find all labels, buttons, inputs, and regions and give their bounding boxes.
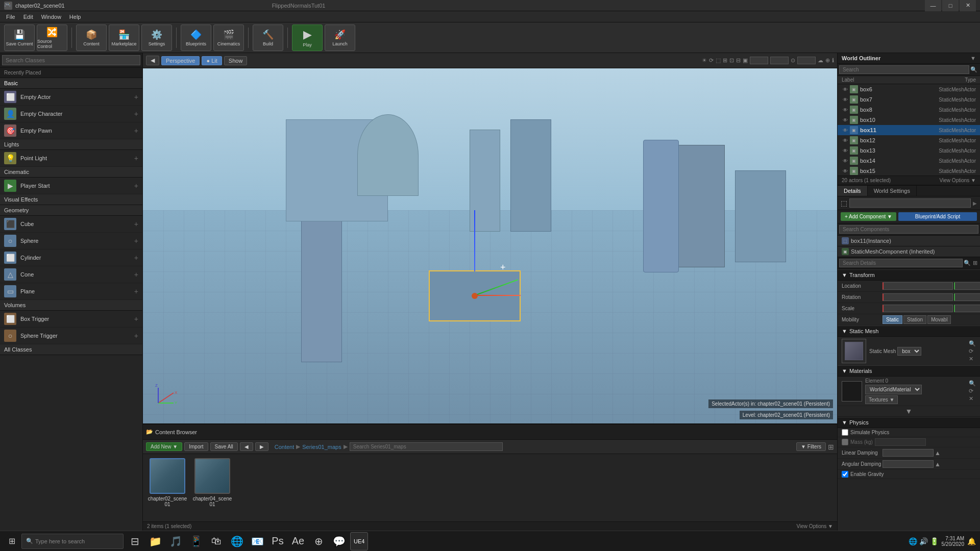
filters-button[interactable]: ▼ Filters: [796, 442, 826, 451]
vis-icon-box12[interactable]: 👁: [842, 137, 849, 144]
outliner-item-box13[interactable]: 👁 ▣ box13 StaticMeshActor: [838, 145, 980, 156]
notification-icon[interactable]: 🔔: [967, 537, 976, 545]
content-button[interactable]: 📦 Content: [76, 24, 107, 51]
section-cinematic[interactable]: Cinematic: [0, 167, 142, 178]
class-item-point-light[interactable]: 💡 Point Light +: [0, 150, 142, 167]
location-y-input[interactable]: 21.1602: [954, 282, 980, 290]
taskbar-spotify[interactable]: 🎵: [166, 532, 185, 550]
viewport-transform-button[interactable]: ◀: [146, 56, 159, 65]
viewport-3d[interactable]: + X Y Z SelectedActor(s) in: chapter02_s…: [143, 68, 837, 423]
add-new-button[interactable]: Add New ▼: [146, 442, 182, 451]
taskbar-phone[interactable]: 📱: [187, 532, 205, 550]
launch-button[interactable]: 🚀 Launch: [325, 24, 355, 51]
section-volumes[interactable]: Volumes: [0, 300, 142, 311]
details-search-input[interactable]: [839, 225, 978, 234]
settings-button[interactable]: ⚙️ Settings: [141, 24, 172, 51]
taskbar-search[interactable]: 🔍 Type here to search: [21, 534, 124, 549]
gravity-checkbox[interactable]: [842, 471, 848, 478]
menu-file[interactable]: File: [2, 13, 19, 21]
menu-window[interactable]: Window: [37, 13, 65, 21]
outliner-item-box12[interactable]: 👁 ▣ box12 StaticMeshActor: [838, 135, 980, 145]
class-item-box-trigger[interactable]: ⬜ Box Trigger +: [0, 311, 142, 328]
battery-icon[interactable]: 🔋: [930, 537, 939, 545]
gizmo-x-arrow[interactable]: [475, 295, 521, 296]
show-button[interactable]: Show: [224, 56, 248, 65]
rotation-x-input[interactable]: 0.0°: [883, 293, 953, 301]
class-item-cube[interactable]: ⬛ Cube +: [0, 216, 142, 233]
tab-world-settings[interactable]: World Settings: [868, 186, 917, 196]
blueprints-button[interactable]: 🔷 Blueprints: [181, 24, 211, 51]
class-item-sphere-trigger[interactable]: ○ Sphere Trigger +: [0, 328, 142, 344]
outliner-item-box14[interactable]: 👁 ▣ box14 StaticMeshActor: [838, 156, 980, 166]
mesh-clear-icon[interactable]: ✕: [969, 356, 976, 362]
save-all-button[interactable]: Save All: [210, 442, 238, 451]
taskbar-discord[interactable]: 💬: [330, 532, 348, 550]
linear-damping-input[interactable]: 0.01: [883, 449, 934, 457]
scale-y-input[interactable]: 50.25: [954, 305, 980, 312]
angular-damping-stepper[interactable]: ▲: [935, 461, 941, 468]
blueprint-button[interactable]: Blueprint/Add Script: [898, 212, 977, 221]
taskbar-file-explorer[interactable]: 📁: [146, 532, 164, 550]
vis-icon-box10[interactable]: 👁: [842, 116, 849, 123]
class-item-player-start[interactable]: ▶ Player Start +: [0, 178, 142, 194]
gizmo-z-arrow[interactable]: [474, 210, 475, 271]
content-item-0[interactable]: chapter02_scene01: [147, 458, 188, 507]
taskbar-ae[interactable]: Ae: [289, 532, 307, 550]
content-view-options[interactable]: View Options ▼: [797, 523, 833, 529]
windows-start-button[interactable]: ⊞: [4, 534, 19, 549]
clock-area[interactable]: 7:31 AM 5/20/2020: [942, 536, 965, 547]
actor-name-input[interactable]: box11: [849, 198, 971, 208]
location-x-input[interactable]: 4.21408: [883, 282, 953, 290]
linear-damping-stepper[interactable]: ▲: [935, 449, 941, 457]
static-mesh-select[interactable]: box: [897, 347, 921, 356]
vis-icon-box14[interactable]: 👁: [842, 157, 849, 164]
materials-section-title[interactable]: ▼ Materials: [838, 365, 980, 377]
taskbar-obs[interactable]: ⊕: [309, 532, 328, 550]
vis-icon-box15[interactable]: 👁: [842, 167, 849, 174]
taskbar-store[interactable]: 🛍: [207, 532, 226, 550]
minimize-button[interactable]: —: [925, 0, 941, 11]
vis-icon-box7[interactable]: 👁: [842, 96, 849, 103]
taskbar-ue4[interactable]: UE4: [350, 532, 368, 550]
section-geometry[interactable]: Geometry: [0, 205, 142, 216]
mass-checkbox[interactable]: [842, 439, 848, 445]
mass-input[interactable]: 3999.6493188: [875, 438, 926, 446]
menu-edit[interactable]: Edit: [19, 13, 37, 21]
material-refresh-icon[interactable]: ⟳: [969, 388, 976, 394]
scale-x-input[interactable]: 26.5: [883, 305, 953, 312]
view-options-icon[interactable]: ⊞: [972, 259, 978, 267]
play-button[interactable]: ▶ Play: [292, 24, 323, 51]
save-current-button[interactable]: 💾 Save Current: [4, 24, 35, 51]
menu-help[interactable]: Help: [65, 13, 85, 21]
outliner-item-box7[interactable]: 👁 ▣ box7 StaticMeshActor: [838, 94, 980, 105]
search-details-input[interactable]: [839, 259, 963, 267]
outliner-view-options[interactable]: View Options ▼: [940, 178, 976, 183]
class-search-input[interactable]: [2, 55, 140, 65]
physics-section-title[interactable]: ▼ Physics: [838, 417, 980, 428]
taskbar-mail[interactable]: 📧: [248, 532, 266, 550]
lit-button[interactable]: ● Lit: [202, 56, 222, 65]
perspective-button[interactable]: Perspective: [161, 56, 200, 65]
close-button[interactable]: ✕: [960, 0, 976, 11]
material-browse-icon[interactable]: 🔍: [969, 380, 976, 387]
class-item-cylinder[interactable]: ⬜ Cylinder +: [0, 249, 142, 266]
vis-icon-box8[interactable]: 👁: [842, 106, 849, 113]
outliner-item-box11[interactable]: 👁 ▣ box11 StaticMeshActor: [838, 125, 980, 135]
scale-input[interactable]: 0.25: [797, 57, 816, 64]
component-instance[interactable]: ⬚ box11(Instance): [838, 236, 980, 246]
class-item-empty-pawn[interactable]: 🎯 Empty Pawn +: [0, 122, 142, 139]
mobility-movable-button[interactable]: Movabl: [927, 315, 951, 324]
mesh-browse-icon[interactable]: 🔍: [969, 340, 976, 347]
section-all-classes[interactable]: All Classes: [0, 344, 142, 355]
class-item-empty-character[interactable]: 👤 Empty Character +: [0, 106, 142, 122]
section-lights[interactable]: Lights: [0, 139, 142, 150]
outliner-search-input[interactable]: [839, 65, 969, 74]
outliner-search-icon[interactable]: 🔍: [969, 65, 978, 74]
outliner-item-box15[interactable]: 👁 ▣ box15 StaticMeshActor: [838, 166, 980, 176]
content-search-input[interactable]: [350, 442, 503, 451]
static-mesh-section-title[interactable]: ▼ Static Mesh: [838, 325, 980, 337]
simulate-physics-checkbox[interactable]: [842, 429, 848, 436]
content-view-icon[interactable]: ⊞: [828, 443, 834, 451]
gizmo-center[interactable]: [472, 293, 478, 299]
vis-icon-box13[interactable]: 👁: [842, 147, 849, 154]
